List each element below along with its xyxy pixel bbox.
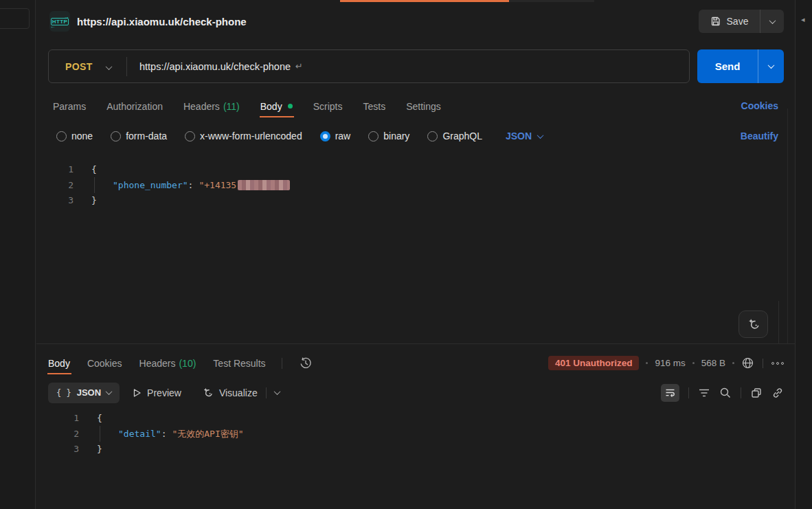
sparkle-circle-icon xyxy=(202,387,214,398)
response-size[interactable]: 568 B xyxy=(701,358,725,368)
headers-count-badge: (11) xyxy=(223,101,240,112)
radio-icon[interactable] xyxy=(185,131,195,142)
braces-icon: { } xyxy=(56,388,71,398)
line-number: 1 xyxy=(36,411,79,427)
tab-params[interactable]: Params xyxy=(53,95,86,117)
response-tab-test-results[interactable]: Test Results xyxy=(213,352,265,374)
save-options-button[interactable] xyxy=(760,10,784,33)
play-outline-icon xyxy=(133,388,142,398)
chevron-down-icon xyxy=(537,132,544,139)
response-tab-cookies[interactable]: Cookies xyxy=(87,352,122,374)
body-mode-row: none form-data x-www-form-urlencoded raw… xyxy=(56,126,543,146)
globe-icon xyxy=(741,357,754,370)
floppy-icon xyxy=(710,16,721,27)
json-value: "无效的API密钥" xyxy=(172,429,243,439)
tab-headers[interactable]: Headers(11) xyxy=(183,95,240,117)
code-line: 2 "detail":"无效的API密钥" xyxy=(36,427,776,442)
share-link-button[interactable] xyxy=(771,387,784,399)
tab-scripts[interactable]: Scripts xyxy=(313,95,343,117)
mode-form-data[interactable]: form-data xyxy=(111,131,167,142)
radio-icon[interactable] xyxy=(111,131,121,142)
raw-language-selector[interactable]: JSON xyxy=(506,131,543,142)
response-toolbar: { } JSON Preview Visualize xyxy=(48,382,784,403)
beautify-link[interactable]: Beautify xyxy=(741,131,778,142)
request-body-editor[interactable]: 1 { 2 "phone_number":"+14135 3 } xyxy=(36,162,776,343)
mode-graphql[interactable]: GraphQL xyxy=(427,131,482,142)
chevron-down-icon xyxy=(768,62,775,69)
filter-icon xyxy=(698,387,710,398)
line-number: 3 xyxy=(36,442,79,457)
copy-icon xyxy=(750,387,763,399)
line-number: 1 xyxy=(36,162,74,178)
mode-x-www-form-urlencoded[interactable]: x-www-form-urlencoded xyxy=(185,131,302,142)
search-button[interactable] xyxy=(719,387,732,399)
preview-button[interactable]: Preview xyxy=(133,387,181,398)
method-selector[interactable]: POST xyxy=(49,61,106,72)
request-title: https://api.xiaomu.uk/check-phone xyxy=(77,16,247,27)
response-format-selector[interactable]: { } JSON xyxy=(48,383,120,403)
url-builder[interactable]: POST https://api.xiaomu.uk/check-phone ↵ xyxy=(48,49,690,83)
modified-dot-icon xyxy=(288,104,293,109)
json-key: "phone_number" xyxy=(113,180,188,190)
mode-raw[interactable]: raw xyxy=(320,131,351,142)
response-body-viewer[interactable]: 1 { 2 "detail":"无效的API密钥" 3 } xyxy=(36,411,776,473)
radio-selected-icon[interactable] xyxy=(320,131,330,142)
editor-scrollbar-thumb[interactable] xyxy=(778,301,779,343)
indent-guide xyxy=(100,426,100,442)
visualize-options-chevron-icon[interactable] xyxy=(273,388,280,395)
tab-tests[interactable]: Tests xyxy=(363,95,385,117)
editor-scrollbar-track[interactable] xyxy=(787,109,788,343)
network-info-button[interactable] xyxy=(741,357,754,370)
radio-icon[interactable] xyxy=(368,131,379,142)
postbot-button[interactable] xyxy=(738,310,768,338)
code-line: 1 { xyxy=(36,411,776,427)
response-status-bar: 401 Unauthorized 916 ms 568 B xyxy=(548,352,784,374)
code-line: 1 { xyxy=(36,162,776,178)
save-button[interactable]: Save xyxy=(699,10,784,33)
response-history-button[interactable] xyxy=(300,357,312,370)
code-line: 3 } xyxy=(36,193,776,209)
tab-settings[interactable]: Settings xyxy=(406,95,441,117)
redacted-value-blur xyxy=(238,180,290,190)
line-number: 3 xyxy=(36,193,74,209)
mode-binary[interactable]: binary xyxy=(368,131,409,142)
send-options-button[interactable] xyxy=(758,49,784,83)
visualize-button[interactable]: Visualize xyxy=(202,387,258,398)
word-wrap-toggle[interactable] xyxy=(661,384,679,402)
request-tabs: Params Authorization Headers(11) Body Sc… xyxy=(53,95,441,117)
clock-history-icon xyxy=(300,357,312,370)
radio-icon[interactable] xyxy=(427,131,438,142)
tab-authorization[interactable]: Authorization xyxy=(106,95,163,117)
active-tab-top-indicator xyxy=(340,0,509,2)
indent-guide xyxy=(94,177,95,193)
line-number: 2 xyxy=(36,427,79,442)
tab-body[interactable]: Body xyxy=(260,95,293,117)
status-badge[interactable]: 401 Unauthorized xyxy=(548,356,640,370)
method-chevron-down-icon[interactable] xyxy=(106,60,111,73)
code-line: 3 } xyxy=(36,442,776,457)
send-button[interactable]: Send xyxy=(697,49,784,83)
http-method-icon: HTTP→← xyxy=(49,11,70,32)
cookies-link[interactable]: Cookies xyxy=(741,100,778,111)
chevron-down-icon xyxy=(769,17,776,24)
response-time[interactable]: 916 ms xyxy=(655,358,685,368)
enter-key-icon: ↵ xyxy=(295,61,303,71)
mode-none[interactable]: none xyxy=(56,131,93,142)
code-line: 2 "phone_number":"+14135 xyxy=(36,178,776,194)
copy-response-button[interactable] xyxy=(750,387,763,399)
radio-icon[interactable] xyxy=(56,131,67,142)
link-icon xyxy=(771,387,784,399)
send-button-label[interactable]: Send xyxy=(697,49,758,83)
filter-button[interactable] xyxy=(698,387,710,398)
response-tabs: Body Cookies Headers(10) Test Results xyxy=(48,352,312,374)
line-number: 2 xyxy=(36,178,74,194)
response-tab-body[interactable]: Body xyxy=(48,352,70,374)
word-wrap-icon xyxy=(664,387,676,398)
response-tab-headers[interactable]: Headers(10) xyxy=(139,352,196,374)
response-more-options-button[interactable] xyxy=(771,362,784,365)
chevron-left-icon[interactable]: ◂ xyxy=(801,15,805,24)
json-value: "+14135 xyxy=(199,180,236,190)
pane-splitter[interactable] xyxy=(36,343,795,344)
save-button-label: Save xyxy=(727,16,749,27)
url-input[interactable]: https://api.xiaomu.uk/check-phone xyxy=(139,61,291,72)
